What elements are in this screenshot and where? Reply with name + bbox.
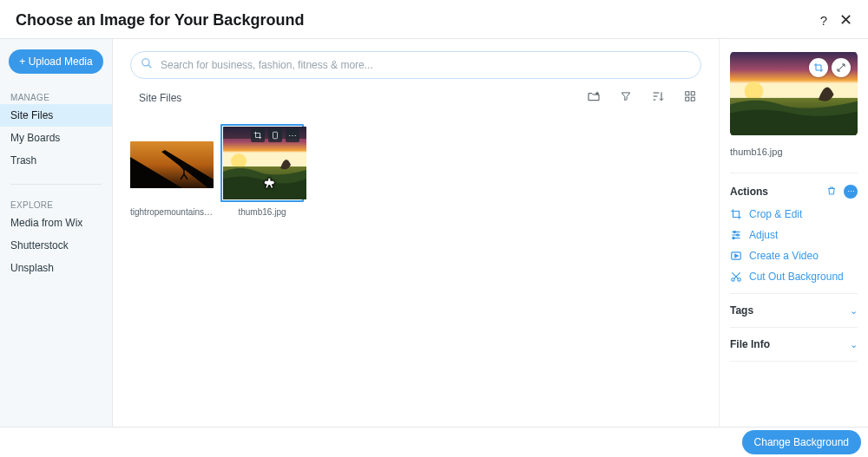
sort-icon[interactable] xyxy=(651,89,665,107)
svg-rect-9 xyxy=(686,97,689,101)
sidebar-section-explore: EXPLORE xyxy=(0,197,112,212)
svg-marker-35 xyxy=(735,254,739,258)
sidebar: + Upload Media MANAGE Site Files My Boar… xyxy=(0,39,113,427)
sidebar-section-manage: MANAGE xyxy=(0,89,112,104)
svg-point-0 xyxy=(142,59,149,66)
file-thumbnail[interactable]: ⋯ thumb16.jpg xyxy=(220,124,304,217)
change-background-button[interactable]: Change Background xyxy=(742,430,861,454)
new-folder-icon[interactable] xyxy=(587,89,601,107)
more-menu-icon[interactable]: ⋯ xyxy=(844,185,858,199)
action-label: Cut Out Background xyxy=(749,271,844,283)
sidebar-item-my-boards[interactable]: My Boards xyxy=(0,127,112,149)
panel-section-tags[interactable]: Tags ⌄ xyxy=(730,304,858,317)
tags-title: Tags xyxy=(730,304,753,317)
action-create-video[interactable]: Create a Video xyxy=(730,250,858,262)
sidebar-item-trash[interactable]: Trash xyxy=(0,149,112,172)
thumb-crop-icon[interactable] xyxy=(251,128,265,142)
action-label: Crop & Edit xyxy=(749,208,802,220)
file-thumbnail[interactable]: tightropemountains.jpg xyxy=(130,141,214,217)
search-icon xyxy=(141,57,153,73)
action-cut-out-background[interactable]: Cut Out Background xyxy=(730,271,858,283)
action-label: Adjust xyxy=(749,229,778,241)
breadcrumb-site-files: Site Files xyxy=(139,92,181,104)
chevron-down-icon: ⌄ xyxy=(850,339,858,350)
thumbnail-image xyxy=(130,141,214,188)
help-icon[interactable]: ? xyxy=(820,13,827,28)
svg-rect-7 xyxy=(686,92,689,95)
thumbnail-caption: thumb16.jpg xyxy=(238,207,286,217)
svg-point-26 xyxy=(745,82,764,101)
upload-media-button[interactable]: + Upload Media xyxy=(9,49,103,74)
dialog-title: Choose an Image for Your Background xyxy=(16,11,304,29)
preview-crop-icon[interactable] xyxy=(809,58,828,77)
panel-section-actions: Actions xyxy=(730,186,768,198)
fileinfo-title: File Info xyxy=(730,338,770,350)
sidebar-divider xyxy=(10,184,102,185)
svg-line-1 xyxy=(148,65,152,69)
action-label: Create a Video xyxy=(749,250,819,262)
preview-filename: thumb16.jpg xyxy=(730,147,858,157)
action-crop-edit[interactable]: Crop & Edit xyxy=(730,208,858,220)
main-area: Site Files xyxy=(113,39,719,427)
preview-expand-icon[interactable] xyxy=(832,58,851,77)
dialog-footer: Change Background xyxy=(0,428,868,457)
search-input[interactable] xyxy=(130,51,701,79)
filter-icon[interactable] xyxy=(620,90,632,106)
sidebar-item-site-files[interactable]: Site Files xyxy=(0,104,112,127)
thumbnail-caption: tightropemountains.jpg xyxy=(130,207,214,217)
action-adjust[interactable]: Adjust xyxy=(730,229,858,241)
sidebar-item-unsplash[interactable]: Unsplash xyxy=(0,257,112,279)
svg-rect-10 xyxy=(691,97,694,101)
close-icon[interactable]: ✕ xyxy=(839,10,852,29)
thumb-preview-icon[interactable] xyxy=(268,128,282,142)
chevron-down-icon: ⌄ xyxy=(850,305,858,317)
svg-rect-8 xyxy=(691,92,694,95)
thumb-more-icon[interactable]: ⋯ xyxy=(286,128,299,142)
panel-section-file-info[interactable]: File Info ⌄ xyxy=(730,338,858,350)
details-panel: thumb16.jpg Actions ⋯ Crop & Edit xyxy=(719,39,868,427)
sidebar-item-media-from-wix[interactable]: Media from Wix xyxy=(0,212,112,234)
delete-icon[interactable] xyxy=(826,184,837,199)
svg-rect-24 xyxy=(273,132,278,139)
file-grid: tightropemountains.jpg xyxy=(130,117,701,217)
grid-view-icon[interactable] xyxy=(684,90,696,106)
dialog-header: Choose an Image for Your Background ? ✕ xyxy=(0,0,868,39)
sidebar-item-shutterstock[interactable]: Shutterstock xyxy=(0,234,112,257)
